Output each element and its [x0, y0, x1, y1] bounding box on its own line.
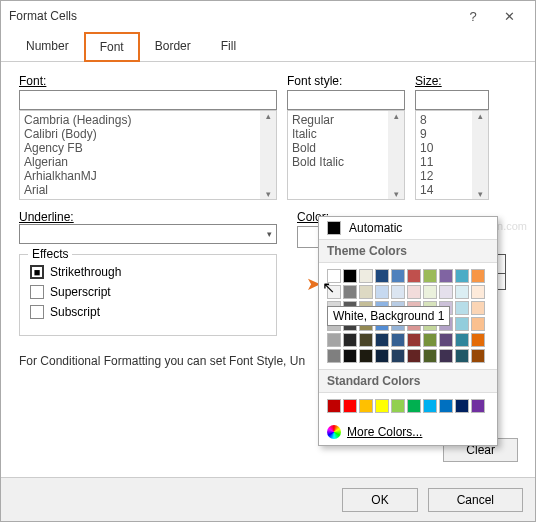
size-input[interactable] [415, 90, 489, 110]
color-swatch[interactable] [423, 285, 437, 299]
automatic-color-item[interactable]: Automatic [319, 217, 497, 239]
scrollbar[interactable]: ▴▾ [472, 111, 488, 199]
font-style-input[interactable] [287, 90, 405, 110]
color-swatch[interactable] [359, 285, 373, 299]
checkbox-icon [30, 305, 44, 319]
color-swatch[interactable] [423, 269, 437, 283]
color-swatch[interactable] [343, 333, 357, 347]
subscript-checkbox[interactable]: Subscript [30, 305, 266, 319]
color-swatch[interactable] [407, 285, 421, 299]
color-swatch[interactable] [439, 269, 453, 283]
color-swatch[interactable] [343, 349, 357, 363]
color-swatch[interactable] [423, 399, 437, 413]
color-swatch[interactable] [391, 269, 405, 283]
color-swatch[interactable] [359, 269, 373, 283]
subscript-label: Subscript [50, 305, 100, 319]
color-swatch[interactable] [471, 269, 485, 283]
color-swatch[interactable] [375, 333, 389, 347]
titlebar: Format Cells ? ✕ [1, 1, 535, 31]
checkbox-icon: ■ [30, 265, 44, 279]
underline-combo[interactable]: ▾ [19, 224, 277, 244]
size-listbox[interactable]: 8 9 10 11 12 14 ▴▾ [415, 110, 489, 200]
color-swatch[interactable] [343, 285, 357, 299]
color-swatch[interactable] [471, 399, 485, 413]
color-swatch[interactable] [327, 285, 341, 299]
scrollbar[interactable]: ▴▾ [260, 111, 276, 199]
color-swatch[interactable] [327, 399, 341, 413]
color-swatch[interactable] [407, 269, 421, 283]
color-swatch[interactable] [439, 399, 453, 413]
color-wheel-icon [327, 425, 341, 439]
color-swatch[interactable] [343, 399, 357, 413]
color-swatch[interactable] [471, 333, 485, 347]
color-swatch[interactable] [391, 349, 405, 363]
color-swatch[interactable] [359, 349, 373, 363]
color-swatch[interactable] [343, 269, 357, 283]
tab-border[interactable]: Border [140, 32, 206, 62]
color-swatch[interactable] [455, 285, 469, 299]
standard-colors-header: Standard Colors [319, 369, 497, 393]
scrollbar[interactable]: ▴▾ [388, 111, 404, 199]
tab-number[interactable]: Number [11, 32, 84, 62]
more-colors-label: More Colors... [347, 425, 422, 439]
color-swatch[interactable] [471, 317, 485, 331]
color-swatch[interactable] [327, 269, 341, 283]
font-style-listbox[interactable]: Regular Italic Bold Bold Italic ▴▾ [287, 110, 405, 200]
list-item[interactable]: Agency FB [24, 141, 272, 155]
color-swatch[interactable] [471, 285, 485, 299]
color-swatch[interactable] [439, 333, 453, 347]
color-swatch[interactable] [423, 349, 437, 363]
color-swatch[interactable] [375, 269, 389, 283]
list-item[interactable]: Italic [292, 127, 400, 141]
effects-group: Effects ■ Strikethrough Superscript Subs… [19, 254, 277, 336]
color-swatch[interactable] [375, 285, 389, 299]
color-swatch[interactable] [455, 349, 469, 363]
color-swatch[interactable] [471, 301, 485, 315]
color-swatch[interactable] [455, 317, 469, 331]
color-swatch[interactable] [359, 399, 373, 413]
font-listbox[interactable]: Cambria (Headings) Calibri (Body) Agency… [19, 110, 277, 200]
color-swatch[interactable] [455, 301, 469, 315]
list-item[interactable]: Bold [292, 141, 400, 155]
color-swatch[interactable] [407, 349, 421, 363]
color-swatch[interactable] [439, 285, 453, 299]
color-swatch[interactable] [455, 269, 469, 283]
underline-label: Underline: [19, 210, 74, 224]
more-colors-item[interactable]: More Colors... [319, 419, 497, 445]
list-item[interactable]: Calibri (Body) [24, 127, 272, 141]
color-swatch[interactable] [327, 333, 341, 347]
color-swatch[interactable] [391, 333, 405, 347]
list-item[interactable]: ArhialkhanMJ [24, 169, 272, 183]
ok-button[interactable]: OK [342, 488, 417, 512]
strikethrough-label: Strikethrough [50, 265, 121, 279]
color-swatch[interactable] [391, 285, 405, 299]
swatch-icon [327, 221, 341, 235]
color-swatch[interactable] [439, 349, 453, 363]
close-icon[interactable]: ✕ [491, 9, 527, 24]
color-swatch[interactable] [455, 333, 469, 347]
color-swatch[interactable] [471, 349, 485, 363]
color-swatch[interactable] [375, 349, 389, 363]
tab-font[interactable]: Font [84, 32, 140, 62]
color-swatch[interactable] [391, 399, 405, 413]
color-swatch[interactable] [455, 399, 469, 413]
list-item[interactable]: Bold Italic [292, 155, 400, 169]
list-item[interactable]: Arial [24, 183, 272, 197]
strikethrough-checkbox[interactable]: ■ Strikethrough [30, 265, 266, 279]
color-swatch[interactable] [407, 333, 421, 347]
list-item[interactable]: Cambria (Headings) [24, 113, 272, 127]
help-icon[interactable]: ? [455, 9, 491, 24]
color-swatch[interactable] [423, 333, 437, 347]
color-swatch[interactable] [327, 349, 341, 363]
color-swatch[interactable] [375, 399, 389, 413]
checkbox-icon [30, 285, 44, 299]
color-swatch[interactable] [407, 399, 421, 413]
font-input[interactable] [19, 90, 277, 110]
cancel-button[interactable]: Cancel [428, 488, 523, 512]
theme-colors-header: Theme Colors [319, 239, 497, 263]
superscript-checkbox[interactable]: Superscript [30, 285, 266, 299]
list-item[interactable]: Regular [292, 113, 400, 127]
tab-fill[interactable]: Fill [206, 32, 251, 62]
list-item[interactable]: Algerian [24, 155, 272, 169]
color-swatch[interactable] [359, 333, 373, 347]
